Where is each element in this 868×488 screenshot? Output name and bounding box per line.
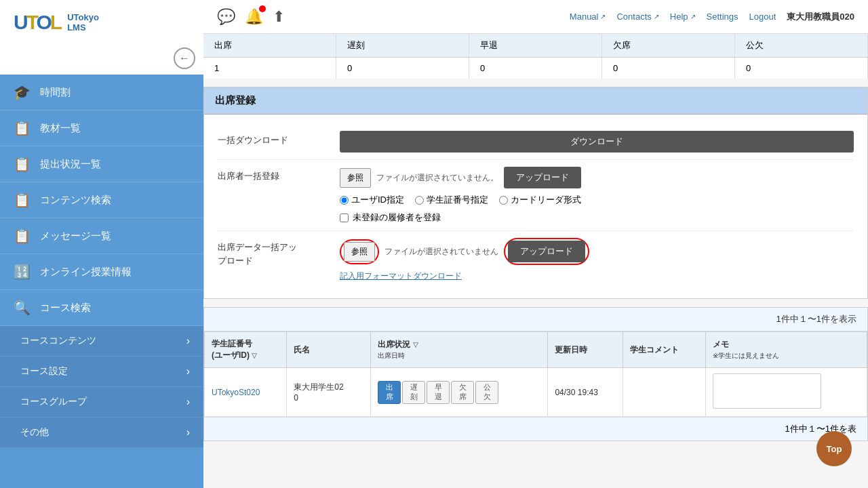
grid-icon: 🔢: [14, 264, 31, 280]
radio-group: ユーザID指定 学生証番号指定 カードリーダ形式: [340, 194, 854, 206]
sidebar-item-online-class[interactable]: 🔢 オンライン授業情報: [0, 254, 203, 290]
contacts-link[interactable]: Contacts ↗: [616, 12, 658, 22]
notification-icon-btn[interactable]: 🔔: [245, 8, 263, 26]
th-student-id: 学生証番号(ユーザID) ▽: [205, 332, 287, 368]
cell-update-datetime: 04/30 19:43: [548, 368, 623, 417]
bulk-register-control: 参照 ファイルが選択されていません。 アップロード ユーザID指定 学生証番号指…: [340, 167, 854, 224]
cell-student-id: UTokyoSt020: [205, 368, 287, 417]
bulk-upload-label: 出席データ一括アッ プロード: [218, 238, 326, 267]
back-button[interactable]: ←: [174, 47, 195, 69]
logout-link[interactable]: Logout: [749, 12, 776, 22]
radio-userid[interactable]: ユーザID指定: [340, 194, 404, 206]
th-student-comment: 学生コメント: [623, 332, 706, 368]
summary-header-row: 出席 遅刻 早退 欠席 公欠: [203, 34, 868, 58]
val-excused: 0: [735, 58, 868, 79]
browse-button2[interactable]: 参照: [344, 242, 375, 262]
cell-memo: [706, 368, 867, 417]
header-absent: 欠席: [602, 34, 735, 57]
content-area: 出席 遅刻 早退 欠席 公欠 1 0 0 0 0 出席登録 一括ダウンロード: [203, 34, 868, 488]
table-count-top: 1件中１〜1件を表示: [204, 308, 867, 331]
message-icon-btn[interactable]: 💬: [217, 8, 235, 26]
sidebar-item-other[interactable]: その他 ›: [0, 418, 203, 448]
table-row: UTokyoSt020 東大用学生020 出席 遅刻 早退 欠席 公欠: [205, 368, 867, 417]
unregistered-checkbox-label[interactable]: 未登録の履修者を登録: [340, 211, 854, 224]
list3-icon: 📋: [14, 192, 31, 208]
val-absent: 0: [602, 58, 735, 79]
external-link-icon2: ↗: [654, 13, 659, 20]
bulk-download-row: 一括ダウンロード ダウンロード: [218, 124, 854, 160]
student-id-link[interactable]: UTokyoSt020: [212, 388, 260, 397]
bulk-register-row: 出席者一括登録 参照 ファイルが選択されていません。 アップロード ユーザID指…: [218, 160, 854, 231]
bulk-download-control: ダウンロード: [340, 131, 854, 152]
external-link-icon1: ↗: [600, 13, 606, 20]
radio-studentid[interactable]: 学生証番号指定: [415, 194, 488, 206]
settings-link[interactable]: Settings: [707, 12, 738, 22]
summary-data-row: 1 0 0 0 0: [203, 58, 868, 79]
sidebar: UTOL UTokyo LMS ← 🎓 時間割 📋 教材一覧 📋 提出状況一覧 …: [0, 0, 203, 488]
memo-textarea[interactable]: [713, 373, 821, 409]
att-btn-excused[interactable]: 公欠: [475, 381, 498, 404]
val-early-leave: 0: [469, 58, 602, 79]
manual-link[interactable]: Manual ↗: [570, 12, 606, 22]
table-count-bottom: 1件中１〜1件を表: [204, 417, 867, 441]
header-early-leave: 早退: [469, 34, 602, 57]
up-arrows-icon-btn[interactable]: ⬆: [273, 8, 285, 26]
browse-circle-highlight: 参照: [340, 239, 379, 264]
list4-icon: 📋: [14, 228, 31, 244]
no-file-label2: ファイルが選択されていません: [384, 246, 498, 258]
file-row1: 参照 ファイルが選択されていません。 アップロード: [340, 167, 854, 188]
download-button[interactable]: ダウンロード: [340, 131, 854, 152]
user-label: 東大用教職員020: [787, 11, 854, 23]
section-body: 一括ダウンロード ダウンロード 出席者一括登録 参照 ファイルが選択されていませ…: [204, 115, 867, 298]
list2-icon: 📋: [14, 156, 31, 172]
sidebar-item-course-content[interactable]: コースコンテンツ ›: [0, 326, 203, 357]
sidebar-item-submissions[interactable]: 📋 提出状況一覧: [0, 146, 203, 182]
sidebar-item-messages[interactable]: 📋 メッセージ一覧: [0, 218, 203, 254]
search-icon: 🔍: [14, 300, 31, 316]
upload-button1[interactable]: アップロード: [504, 167, 581, 188]
sidebar-item-materials[interactable]: 📋 教材一覧: [0, 110, 203, 146]
th-update-datetime: 更新日時: [548, 332, 623, 368]
sidebar-item-content-search[interactable]: 📋 コンテンツ検索: [0, 182, 203, 218]
bulk-upload-control: 参照 ファイルが選択されていません アップロード 記入用フォーマットダウンロード: [340, 238, 854, 282]
table-section: 1件中１〜1件を表示 学生証番号(ユーザID) ▽ 氏名 出席状況 ▽出席日時 …: [203, 307, 868, 441]
att-btn-present[interactable]: 出席: [378, 381, 401, 404]
logo-subtitle: UTokyo LMS: [67, 12, 99, 33]
bulk-download-label: 一括ダウンロード: [218, 131, 326, 147]
sort-icon1[interactable]: ▽: [252, 352, 257, 359]
sort-icon2[interactable]: ▽: [413, 341, 418, 348]
no-file-label1: ファイルが選択されていません。: [376, 172, 498, 184]
unregistered-checkbox[interactable]: [340, 214, 349, 222]
back-btn-area: ←: [0, 45, 203, 75]
header-tardy: 遅刻: [336, 34, 469, 57]
att-btn-absent[interactable]: 欠席: [451, 381, 474, 404]
sidebar-item-course-settings[interactable]: コース設定 ›: [0, 357, 203, 387]
sidebar-item-course-group[interactable]: コースグループ ›: [0, 387, 203, 418]
topbar-icon-group: 💬 🔔 ⬆: [217, 8, 285, 26]
cell-student-comment: [623, 368, 706, 417]
format-download-link[interactable]: 記入用フォーマットダウンロード: [340, 271, 462, 281]
main-content: 💬 🔔 ⬆ Manual ↗ Contacts ↗ Help ↗: [203, 0, 868, 488]
upload-button2[interactable]: アップロード: [508, 241, 585, 262]
table-header-row: 学生証番号(ユーザID) ▽ 氏名 出席状況 ▽出席日時 更新日時 学生コメント…: [205, 332, 867, 368]
file-row2: 参照 ファイルが選択されていません アップロード: [340, 238, 854, 265]
val-tardy: 0: [336, 58, 469, 79]
chevron-right-icon4: ›: [186, 426, 190, 439]
upload-circle-highlight: アップロード: [504, 238, 589, 265]
browse-button1[interactable]: 参照: [340, 168, 371, 188]
logo-area: UTOL UTokyo LMS: [0, 0, 203, 45]
top-button[interactable]: Top: [816, 431, 852, 466]
att-btn-early-leave[interactable]: 早退: [427, 381, 450, 404]
notification-badge: [259, 5, 266, 12]
sidebar-item-course-search[interactable]: 🔍 コース検索: [0, 290, 203, 326]
att-btn-tardy[interactable]: 遅刻: [402, 381, 425, 404]
sidebar-item-timetable[interactable]: 🎓 時間割: [0, 75, 203, 110]
logo-utol: UTOL: [14, 11, 60, 34]
cell-attendance-status: 出席 遅刻 早退 欠席 公欠: [371, 368, 548, 417]
header-excused: 公欠: [735, 34, 868, 57]
radio-cardreader[interactable]: カードリーダ形式: [499, 194, 581, 206]
section-title: 出席登録: [204, 87, 867, 115]
help-link[interactable]: Help ↗: [670, 12, 696, 22]
topbar-nav: Manual ↗ Contacts ↗ Help ↗ Settings Logo…: [570, 11, 854, 23]
attendance-registration-section: 出席登録 一括ダウンロード ダウンロード 出席者一括登録 参照 ファイルが選択さ: [203, 87, 868, 299]
